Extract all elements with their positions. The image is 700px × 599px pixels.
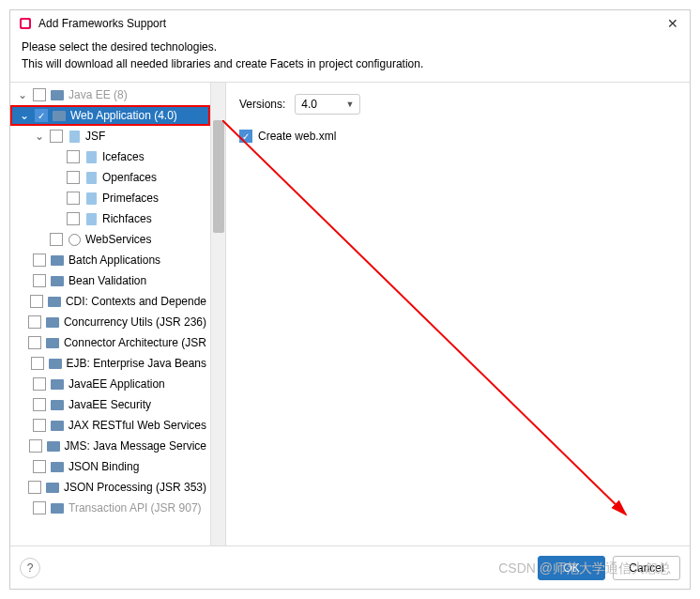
- tree-checkbox[interactable]: [33, 501, 46, 515]
- doc-icon: [84, 149, 99, 164]
- tree-checkbox[interactable]: [33, 88, 46, 101]
- tree-checkbox[interactable]: [33, 274, 46, 287]
- tree-item-label: Transaction API (JSR 907): [68, 501, 202, 515]
- tree-checkbox[interactable]: [33, 460, 46, 473]
- tree-item[interactable]: JSON Binding: [10, 456, 210, 477]
- tree-item[interactable]: JAX RESTful Web Services: [10, 415, 210, 436]
- svg-rect-1: [22, 20, 29, 27]
- svg-line-2: [222, 120, 626, 515]
- globe-icon: [67, 232, 82, 247]
- tree-item-label: Richfaces: [102, 212, 152, 225]
- folder-icon: [47, 294, 62, 309]
- tree-item-label: Bean Validation: [68, 274, 146, 287]
- tree-item[interactable]: Connector Architecture (JSR: [10, 332, 210, 353]
- tree-checkbox[interactable]: [33, 398, 46, 411]
- expand-icon[interactable]: ⌄: [18, 109, 31, 122]
- tree-item[interactable]: ⌄Java EE (8): [10, 84, 210, 105]
- tree-checkbox[interactable]: [67, 212, 80, 225]
- tree-item[interactable]: Concurrency Utils (JSR 236): [10, 312, 210, 332]
- tree-item[interactable]: EJB: Enterprise Java Beans: [10, 353, 210, 374]
- tree-item-label: JavaEE Application: [68, 377, 165, 391]
- folder-icon: [45, 480, 60, 495]
- tree-item-label: JAX RESTful Web Services: [68, 419, 206, 432]
- versions-combobox[interactable]: 4.0 ▼: [295, 94, 360, 115]
- folder-icon: [48, 356, 63, 371]
- tree-item-label: Batch Applications: [68, 253, 160, 267]
- app-icon: [18, 16, 33, 31]
- tree-item[interactable]: Openfaces: [10, 167, 210, 188]
- tree-item[interactable]: Primefaces: [10, 188, 210, 208]
- cancel-button[interactable]: Cancel: [613, 556, 680, 580]
- expand-icon[interactable]: ⌄: [33, 130, 46, 143]
- tree-checkbox[interactable]: [28, 336, 41, 349]
- tree-item[interactable]: Bean Validation: [10, 270, 210, 291]
- tree-checkbox[interactable]: [67, 150, 80, 163]
- tree-checkbox[interactable]: [28, 315, 41, 329]
- tree-checkbox[interactable]: [29, 439, 42, 453]
- doc-icon: [84, 170, 99, 185]
- tree-checkbox[interactable]: [30, 295, 43, 308]
- versions-value: 4.0: [301, 98, 317, 111]
- doc-icon: [67, 129, 82, 144]
- folder-icon: [50, 253, 65, 268]
- tree-item-label: JSF: [85, 130, 105, 143]
- tree-item-label: Openfaces: [102, 171, 157, 184]
- tree-checkbox[interactable]: [67, 192, 80, 205]
- tree-item[interactable]: JavaEE Application: [10, 374, 210, 394]
- tree-checkbox[interactable]: [33, 419, 46, 432]
- tree-item[interactable]: JSON Processing (JSR 353): [10, 477, 210, 498]
- tree-item[interactable]: Batch Applications: [10, 250, 210, 270]
- tree-checkbox[interactable]: [33, 377, 46, 391]
- tree-item[interactable]: Transaction API (JSR 907): [10, 498, 210, 518]
- folder-icon: [50, 397, 65, 412]
- versions-label: Versions:: [239, 98, 285, 111]
- scrollbar-thumb[interactable]: [213, 120, 224, 233]
- tree-checkbox[interactable]: [28, 481, 41, 494]
- intro-line: This will download all needed libraries …: [22, 55, 678, 72]
- button-bar: ? OK Cancel: [10, 545, 690, 589]
- dialog-title: Add Frameworks Support: [38, 17, 667, 30]
- create-webxml-checkbox[interactable]: ✓: [239, 130, 252, 143]
- add-frameworks-dialog: Add Frameworks Support ✕ Please select t…: [9, 9, 691, 590]
- doc-icon: [84, 211, 99, 226]
- tree-item-label: JSON Binding: [68, 460, 139, 473]
- folder-icon: [50, 500, 65, 515]
- framework-tree[interactable]: ⌄Java EE (8)⌄✓Web Application (4.0)⌄JSFI…: [10, 83, 210, 545]
- tree-checkbox[interactable]: [67, 171, 80, 184]
- ok-button[interactable]: OK: [538, 556, 605, 580]
- tree-item-label: Icefaces: [102, 150, 145, 163]
- doc-icon: [84, 191, 99, 206]
- annotation-arrow: [222, 120, 654, 524]
- tree-item[interactable]: Icefaces: [10, 146, 210, 167]
- tree-checkbox[interactable]: [50, 233, 63, 246]
- tree-item[interactable]: ⌄✓Web Application (4.0): [10, 105, 210, 126]
- expand-icon[interactable]: ⌄: [16, 88, 29, 101]
- folder-icon: [50, 376, 65, 392]
- titlebar: Add Frameworks Support ✕: [10, 10, 690, 37]
- tree-item[interactable]: JMS: Java Message Service: [10, 436, 210, 456]
- tree-checkbox[interactable]: [31, 357, 44, 370]
- tree-item-label: CDI: Contexts and Depende: [66, 295, 206, 308]
- tree-checkbox[interactable]: [33, 253, 46, 267]
- tree-item[interactable]: JavaEE Security: [10, 394, 210, 415]
- tree-item-label: JMS: Java Message Service: [65, 439, 206, 453]
- folder-icon: [50, 459, 65, 474]
- tree-item-label: WebServices: [85, 233, 151, 246]
- tree-checkbox[interactable]: ✓: [35, 109, 48, 122]
- tree-item[interactable]: WebServices: [10, 229, 210, 250]
- tree-item[interactable]: CDI: Contexts and Depende: [10, 291, 210, 312]
- folder-icon: [50, 418, 65, 433]
- tree-pane: ⌄Java EE (8)⌄✓Web Application (4.0)⌄JSFI…: [10, 83, 226, 545]
- close-icon[interactable]: ✕: [667, 16, 678, 31]
- tree-item[interactable]: Richfaces: [10, 208, 210, 229]
- folder-icon: [45, 315, 60, 330]
- tree-item-label: Concurrency Utils (JSR 236): [64, 315, 206, 329]
- folder-icon: [52, 108, 67, 123]
- content-area: ⌄Java EE (8)⌄✓Web Application (4.0)⌄JSFI…: [10, 82, 690, 545]
- vertical-scrollbar[interactable]: [210, 83, 225, 545]
- tree-item-label: Primefaces: [102, 192, 159, 205]
- tree-item[interactable]: ⌄JSF: [10, 126, 210, 146]
- create-webxml-label: Create web.xml: [258, 130, 336, 143]
- tree-checkbox[interactable]: [50, 130, 63, 143]
- help-button[interactable]: ?: [20, 558, 40, 578]
